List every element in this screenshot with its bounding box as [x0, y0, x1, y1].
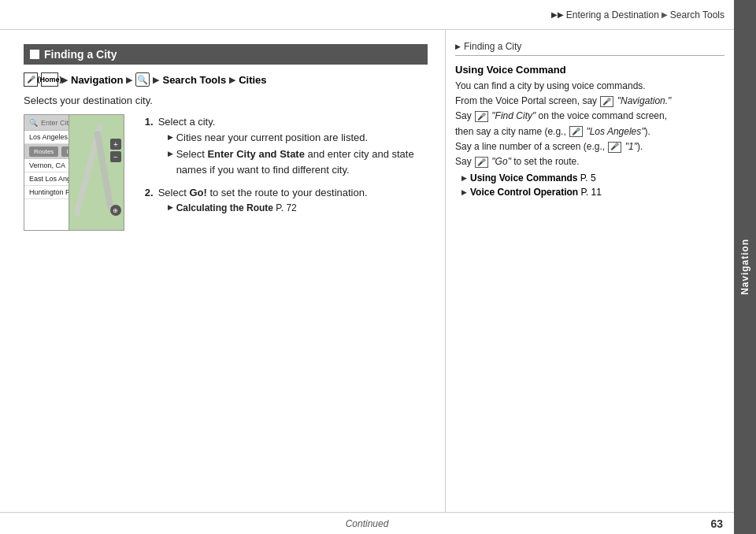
- right-col-header-text: Finding a City: [464, 41, 521, 52]
- search-icon: 🔍: [135, 72, 150, 87]
- step-2-text: Select Go! to set the route to your dest…: [158, 187, 368, 198]
- nav-arrow-2: ▶: [126, 75, 132, 85]
- step-1-text: Select a city.: [158, 116, 216, 128]
- step-1-bullet-1: Cities near your current position are li…: [168, 130, 428, 146]
- step-2-ref-text: Calculating the Route P. 72: [176, 201, 297, 215]
- ui-mockup: 🔍 Enter City and State Los Angeles, CA 2…: [24, 114, 124, 231]
- step-2-ref: ▶ Calculating the Route P. 72: [168, 201, 368, 215]
- voice-icon-3: 🎤: [569, 126, 583, 137]
- description: Selects your destination city.: [24, 95, 428, 106]
- voice-ref-2: ▶ Voice Control Operation P. 11: [461, 187, 724, 198]
- step-1-content: Select a city. Cities near your current …: [158, 114, 428, 179]
- voice-section: Using Voice Command You can find a city …: [455, 64, 724, 198]
- main-content: Finding a City 🎤 (Home) ▶ Navigation ▶ 🔍…: [0, 30, 734, 512]
- voice-ref-1-arrow: ▶: [461, 174, 467, 182]
- voice-icon-5: 🎤: [475, 157, 488, 168]
- voice-title: Using Voice Command: [455, 64, 724, 76]
- breadcrumb-part1: Entering a Destination: [566, 9, 659, 20]
- left-column: Finding a City 🎤 (Home) ▶ Navigation ▶ 🔍…: [0, 30, 445, 512]
- step-1-bullet-2-text: Select Enter City and State and enter ci…: [176, 146, 428, 177]
- breadcrumb-arrows: ▶▶: [551, 10, 564, 19]
- voice-icon-4: 🎤: [608, 142, 621, 153]
- voice-ref-1-text: Using Voice Commands P. 5: [470, 172, 596, 184]
- mockup-map: + − ⊕: [69, 115, 124, 231]
- breadcrumb-sep: ▶: [662, 10, 668, 19]
- step-1: 1. Select a city. Cities near your curre…: [145, 114, 428, 179]
- right-sidebar: Navigation: [734, 0, 756, 534]
- step-1-number: 1.: [145, 114, 154, 179]
- voice-icon-2: 🎤: [475, 111, 488, 122]
- step-2-ref-arrow: ▶: [168, 202, 173, 213]
- breadcrumb: ▶▶ Entering a Destination ▶ Search Tools: [551, 9, 724, 20]
- home-icon: (Home): [41, 72, 58, 87]
- continued-text: Continued: [346, 518, 389, 529]
- voice-ref-1: ▶ Using Voice Commands P. 5: [461, 172, 724, 184]
- nav-item2: Search Tools: [162, 74, 226, 86]
- mockup-search-icon: 🔍: [29, 119, 38, 127]
- right-col-header-arrow: ▶: [455, 43, 461, 50]
- step-2: 2. Select Go! to set the route to your d…: [145, 185, 428, 215]
- nav-item3: Cities: [239, 74, 266, 86]
- zoom-in-btn[interactable]: +: [110, 139, 121, 150]
- nav-arrow-3: ▶: [153, 75, 159, 85]
- nav-arrow-4: ▶: [229, 75, 235, 85]
- section-title: Finding a City: [44, 48, 117, 61]
- nav-arrow-1: ▶: [61, 75, 68, 85]
- right-col-header: ▶ Finding a City: [455, 41, 724, 56]
- breadcrumb-part2: Search Tools: [670, 9, 724, 20]
- mic-icon: 🎤: [24, 72, 38, 87]
- voice-ref-2-text: Voice Control Operation P. 11: [470, 187, 602, 198]
- section-header-square: [30, 50, 39, 59]
- steps-area: 1. Select a city. Cities near your curre…: [145, 114, 428, 221]
- page-number: 63: [710, 517, 723, 530]
- section-header: Finding a City: [24, 44, 428, 65]
- voice-icon-1: 🎤: [600, 96, 613, 107]
- zoom-out-btn[interactable]: −: [110, 151, 121, 162]
- nav-path: 🎤 (Home) ▶ Navigation ▶ 🔍 ▶ Search Tools…: [24, 72, 428, 87]
- step-2-number: 2.: [145, 185, 154, 215]
- bottom-bar: Continued 63: [0, 512, 734, 534]
- nav-item1: Navigation: [71, 74, 123, 86]
- step-1-bullet-2: Select Enter City and State and enter ci…: [168, 146, 428, 177]
- step-2-content: Select Go! to set the route to your dest…: [158, 185, 368, 215]
- top-header: ▶▶ Entering a Destination ▶ Search Tools: [0, 0, 734, 30]
- voice-ref-2-arrow: ▶: [461, 188, 467, 196]
- right-column: ▶ Finding a City Using Voice Command You…: [445, 30, 734, 512]
- step-1-bullet-1-text: Cities near your current position are li…: [176, 130, 369, 146]
- mockup-routes-btn[interactable]: Routes: [29, 146, 58, 157]
- voice-text: You can find a city by using voice comma…: [455, 79, 724, 169]
- sidebar-label: Navigation: [739, 239, 750, 295]
